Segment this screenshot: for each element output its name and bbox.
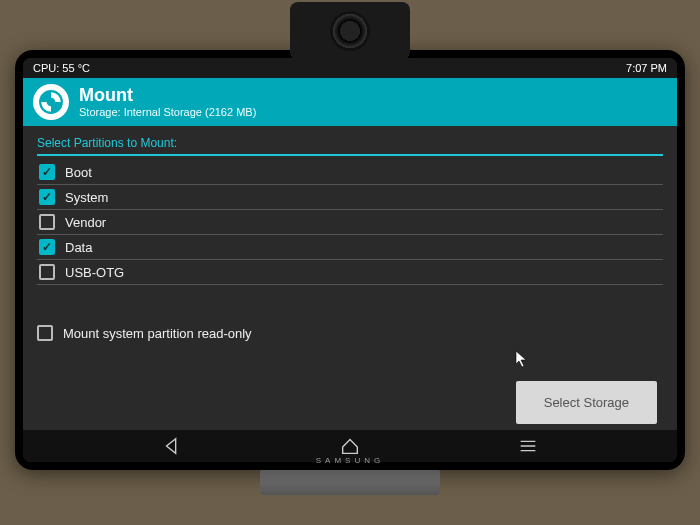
checkbox-icon — [37, 325, 53, 341]
checkbox-icon — [39, 164, 55, 180]
monitor-brand: SAMSUNG — [316, 456, 384, 465]
partition-row[interactable]: Boot — [37, 160, 663, 185]
menu-button[interactable] — [517, 435, 539, 457]
monitor-stand — [260, 469, 440, 495]
readonly-label: Mount system partition read-only — [63, 326, 252, 341]
partition-label: System — [65, 190, 108, 205]
partition-row[interactable]: Vendor — [37, 210, 663, 235]
select-storage-label: Select Storage — [544, 395, 629, 410]
page-title: Mount — [79, 86, 256, 106]
section-label: Select Partitions to Mount: — [37, 136, 663, 150]
checkbox-icon — [39, 214, 55, 230]
select-storage-button[interactable]: Select Storage — [516, 381, 657, 424]
partition-row[interactable]: Data — [37, 235, 663, 260]
content-area: Select Partitions to Mount: BootSystemVe… — [23, 126, 677, 430]
twrp-logo-icon — [33, 84, 69, 120]
back-button[interactable] — [161, 435, 183, 457]
monitor-frame: CPU: 55 °C 7:07 PM Mount Storage: Intern… — [15, 50, 685, 470]
home-button[interactable] — [339, 435, 361, 457]
partition-label: USB-OTG — [65, 265, 124, 280]
partition-label: Vendor — [65, 215, 106, 230]
divider — [37, 154, 663, 156]
checkbox-icon — [39, 189, 55, 205]
partition-label: Boot — [65, 165, 92, 180]
mount-readonly-toggle[interactable]: Mount system partition read-only — [37, 325, 663, 341]
screen: CPU: 55 °C 7:07 PM Mount Storage: Intern… — [23, 58, 677, 462]
status-bar: CPU: 55 °C 7:07 PM — [23, 58, 677, 78]
partition-row[interactable]: USB-OTG — [37, 260, 663, 285]
partition-list: BootSystemVendorDataUSB-OTG — [37, 160, 663, 285]
header-text: Mount Storage: Internal Storage (2162 MB… — [79, 86, 256, 118]
webcam-physical — [290, 2, 410, 60]
checkbox-icon — [39, 264, 55, 280]
storage-subtitle: Storage: Internal Storage (2162 MB) — [79, 106, 256, 118]
header: Mount Storage: Internal Storage (2162 MB… — [23, 78, 677, 126]
partition-label: Data — [65, 240, 92, 255]
checkbox-icon — [39, 239, 55, 255]
clock: 7:07 PM — [626, 62, 667, 74]
cpu-temp: CPU: 55 °C — [33, 62, 90, 74]
partition-row[interactable]: System — [37, 185, 663, 210]
